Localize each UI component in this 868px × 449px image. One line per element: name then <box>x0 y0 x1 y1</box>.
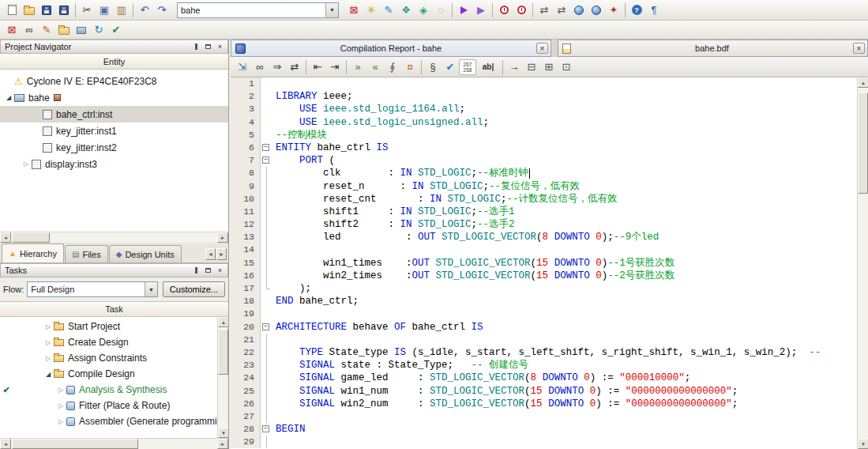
programmer-icon[interactable] <box>570 2 588 18</box>
tree-item-display-inst3[interactable]: ▷display:inst3 <box>0 156 228 172</box>
task-item-assign-constraints[interactable]: ▷Assign Constraints <box>0 350 217 366</box>
tab-files[interactable]: ▤Files <box>65 245 108 262</box>
code-line[interactable]: 22 TYPE State_type IS (s_idle, s_start, … <box>231 346 857 359</box>
tree-item-key-jitter-inst2[interactable]: key_jitter:inst2 <box>0 139 228 156</box>
fold-collapse-icon[interactable]: − <box>262 144 269 151</box>
task-item-compile-design[interactable]: ◢Compile Design <box>0 366 217 382</box>
code-line[interactable]: 11 shift1 : IN STD_LOGIC;--选手1 <box>231 206 857 218</box>
float-window-icon[interactable] <box>203 266 213 275</box>
hscroll-track[interactable] <box>11 439 217 449</box>
vscroll-track[interactable] <box>858 88 868 439</box>
goto-line-icon[interactable]: → <box>505 59 523 75</box>
customize-button[interactable]: Customize... <box>163 281 225 297</box>
open-folder-icon[interactable] <box>21 2 38 18</box>
pin-icon[interactable] <box>191 266 201 275</box>
flow-combo[interactable]: Full Design ▼ <box>27 281 158 297</box>
tab-prev-icon[interactable]: ◂ <box>205 248 216 260</box>
expand-icon[interactable]: ▷ <box>55 418 66 425</box>
save-icon[interactable] <box>38 2 55 18</box>
tree-item-key-jitter-inst1[interactable]: key_jitter:inst1 <box>0 123 228 139</box>
redo-icon[interactable]: ↷ <box>153 2 171 18</box>
detach-window-icon[interactable]: ⊡ <box>558 59 575 75</box>
hscroll-track[interactable] <box>11 232 217 243</box>
cut-icon[interactable]: ✂ <box>78 2 96 18</box>
outdent-icon[interactable]: ⇤ <box>309 59 326 75</box>
fold-collapse-icon[interactable]: − <box>262 425 269 432</box>
code-line[interactable]: 29 <box>231 436 857 448</box>
code-line[interactable]: 26 SIGNAL win2_num : STD_LOGIC_VECTOR(15… <box>231 398 857 410</box>
scroll-up-icon[interactable]: ▲ <box>858 77 868 88</box>
fold-collapse-icon[interactable]: − <box>262 157 269 164</box>
code-line[interactable]: 23 SIGNAL state : State_Type; -- 创建信号 <box>231 359 857 372</box>
tree-item-cyclone-iv-e-ep4ce40f23c8[interactable]: ⚠Cyclone IV E: EP4CE40F23C8 <box>0 73 228 89</box>
tab-bahe-bdf[interactable]: bahe.bdf × <box>558 40 868 57</box>
help-icon[interactable] <box>628 2 645 18</box>
template-icon[interactable]: § <box>424 59 442 75</box>
scroll-left-icon[interactable]: ◄ <box>0 232 11 243</box>
float-window-icon[interactable] <box>203 42 213 51</box>
fold-collapse-icon[interactable]: − <box>262 323 269 330</box>
code-line[interactable]: 10 reset_cnt : IN STD_LOGIC;--计数复位信号，低有效 <box>231 193 857 206</box>
task-item-analysis-synthesis[interactable]: ✔▷Analysis & Synthesis <box>0 382 217 398</box>
code-line[interactable]: 17 ); <box>231 282 857 295</box>
collapse-icon[interactable]: ◢ <box>3 94 14 101</box>
tree-item-bahe-ctrl-inst[interactable]: bahe_ctrl:inst <box>0 106 228 123</box>
code-line[interactable]: 2LIBRARY ieee; <box>231 90 857 103</box>
hscroll-thumb[interactable] <box>12 232 50 243</box>
copy-icon[interactable]: ▣ <box>96 2 113 18</box>
paste-icon[interactable]: ▥ <box>113 2 130 18</box>
project-combo[interactable]: bahe ▼ <box>177 2 339 18</box>
chevron-down-icon[interactable]: ▼ <box>145 282 157 296</box>
new-file-icon[interactable] <box>3 2 21 18</box>
collapse-icon[interactable]: ◢ <box>43 371 54 378</box>
close-icon[interactable]: × <box>853 43 865 54</box>
code-line[interactable]: 1 <box>231 77 857 90</box>
new-window-icon[interactable]: ⊞ <box>540 59 558 75</box>
bookmark-icon[interactable]: ¤ <box>401 59 419 75</box>
expand-icon[interactable]: ▷ <box>43 355 54 362</box>
expand-icon[interactable]: ▷ <box>43 339 54 346</box>
code-line[interactable]: 6−ENTITY bahe_ctrl IS <box>231 141 857 154</box>
vscroll-thumb[interactable] <box>858 92 868 194</box>
code-line[interactable]: 9 reset_n : IN STD_LOGIC;--复位信号，低有效 <box>231 180 857 193</box>
task-item-start-project[interactable]: ▷Start Project <box>0 319 217 334</box>
save-all-icon[interactable] <box>55 2 73 18</box>
code-line[interactable]: 24 SIGNAL game_led : STD_LOGIC_VECTOR(8 … <box>231 372 857 384</box>
code-line[interactable]: 14 <box>231 243 857 256</box>
close-icon[interactable]: × <box>536 43 548 54</box>
rtl-viewer-icon[interactable]: ⇄ <box>535 2 553 18</box>
tab-design-units[interactable]: ◆Design Units <box>109 245 182 262</box>
cd-icon[interactable]: ◌ <box>432 2 449 18</box>
tab-next-icon[interactable]: ▸ <box>216 248 227 260</box>
convert-data-icon[interactable] <box>588 2 605 18</box>
close-icon[interactable]: × <box>215 266 225 275</box>
code-line[interactable]: 20−ARCHITECTURE behave OF bahe_ctrl IS <box>231 321 857 334</box>
vhdl-editor[interactable]: 12LIBRARY ieee;3 USE ieee.std_logic_1164… <box>231 77 868 449</box>
scroll-right-icon[interactable]: ► <box>217 439 228 449</box>
code-line[interactable]: 5--控制模块 <box>231 129 857 141</box>
code-line[interactable]: 12 shift2 : IN STD_LOGIC;--选手2 <box>231 218 857 231</box>
vscroll-thumb[interactable] <box>218 329 228 375</box>
assignment-editor-icon[interactable]: ⊠ <box>345 2 363 18</box>
tech-map-viewer-icon[interactable]: ⇄ <box>553 2 570 18</box>
task-item-assembler-generate-programming[interactable]: ▷Assembler (Generate programming <box>0 413 217 429</box>
context-help-icon[interactable]: ¶ <box>645 2 663 18</box>
code-line[interactable]: 15 win1_times :OUT STD_LOGIC_VECTOR(15 D… <box>231 257 857 270</box>
chevron-down-icon[interactable]: ▼ <box>325 3 338 17</box>
netlist-viewer-icon[interactable]: ◈ <box>415 2 432 18</box>
expand-icon[interactable]: ▷ <box>43 323 54 330</box>
tab-hierarchy[interactable]: ▲Hierarchy <box>2 243 64 262</box>
code-line[interactable]: 27 <box>231 410 857 423</box>
code-line[interactable]: 13 led : OUT STD_LOGIC_VECTOR(8 DOWNTO 0… <box>231 231 857 243</box>
pin-planner-icon[interactable]: ✳ <box>363 2 380 18</box>
timequest-icon[interactable] <box>495 2 513 18</box>
stop-process-icon[interactable]: ⊠ <box>3 22 21 38</box>
close-icon[interactable]: × <box>215 42 225 51</box>
design-partition-icon[interactable]: ❖ <box>397 2 415 18</box>
indent-icon[interactable]: ⇥ <box>326 59 344 75</box>
code-line[interactable]: 19 <box>231 308 857 320</box>
vscroll-track[interactable] <box>218 327 228 428</box>
start-compilation-icon[interactable] <box>455 2 472 18</box>
word-wrap-icon[interactable]: ab| <box>476 59 500 75</box>
code-line[interactable]: 3 USE ieee.std_logic_1164.all; <box>231 103 857 115</box>
